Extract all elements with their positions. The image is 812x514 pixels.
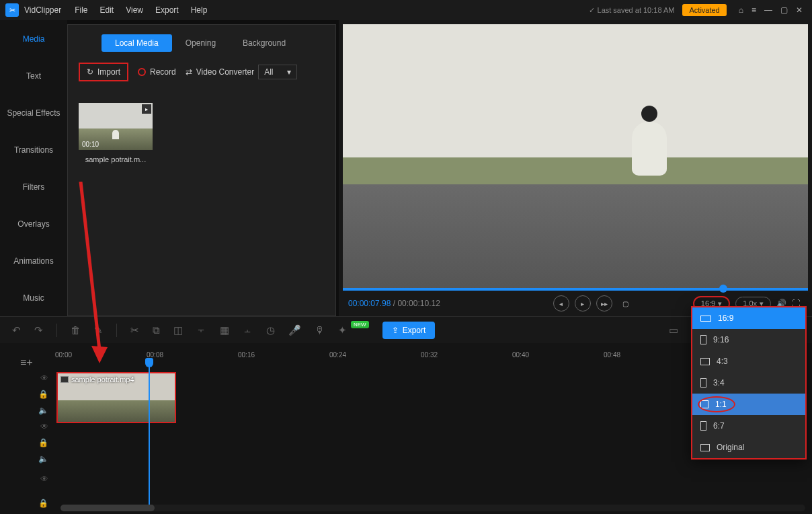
menu-edit[interactable]: Edit [100, 5, 114, 15]
aspect-label: 9:16 [713, 335, 729, 344]
home-icon[interactable]: ⌂ [739, 5, 743, 15]
preview-viewport[interactable] [343, 24, 808, 291]
aspect-option-1-1[interactable]: 1:1 [692, 394, 805, 415]
clip-icon [60, 376, 69, 383]
lock-icon[interactable]: 🔒 [38, 390, 48, 399]
export-button[interactable]: ⇪ Export [382, 322, 436, 339]
aspect-label: 6:7 [713, 421, 725, 431]
menu-help[interactable]: Help [191, 5, 208, 15]
maximize-icon[interactable]: ▢ [780, 5, 788, 15]
timeline-clip[interactable]: sample potrait.mp4 [56, 372, 176, 423]
scrollbar-thumb[interactable] [60, 505, 155, 511]
split-button[interactable]: ⫟ [196, 324, 206, 336]
playhead[interactable] [149, 362, 150, 510]
horizontal-scrollbar[interactable] [60, 505, 805, 511]
ratio-icon [700, 316, 711, 322]
cut-button[interactable]: ✂ [130, 324, 139, 336]
tab-local-media[interactable]: Local Media [102, 34, 172, 52]
thumbnail-image: 00:10 ▸ [79, 103, 153, 150]
aspect-ratio-menu: 16:9 9:16 4:3 3:4 1:1 6:7 Original [691, 306, 807, 460]
media-clip-thumbnail[interactable]: 00:10 ▸ sample potrait.m... [79, 103, 153, 163]
fit-button[interactable]: ▭ [669, 324, 678, 336]
aspect-option-16-9[interactable]: 16:9 [692, 307, 805, 329]
tab-background[interactable]: Background [229, 34, 299, 52]
hamburger-icon[interactable]: ≡ [752, 5, 756, 15]
converter-icon: ⇄ [186, 67, 192, 77]
aspect-option-4-3[interactable]: 4:3 [692, 351, 805, 372]
aspect-option-original[interactable]: Original [692, 437, 805, 458]
import-button[interactable]: ↻ Import [79, 63, 128, 81]
sidebar-item-filters[interactable]: Filters [0, 168, 67, 205]
mosaic-button[interactable]: ▦ [220, 324, 229, 336]
highlight-oval [698, 396, 735, 412]
stats-button[interactable]: ⫠ [243, 324, 253, 336]
chevron-down-icon: ▾ [287, 67, 291, 77]
visibility-icon[interactable]: 👁 [40, 474, 48, 484]
copy-button[interactable]: ⧉ [153, 324, 160, 336]
effects-button[interactable]: ✦ [338, 324, 347, 336]
next-frame-button[interactable]: ▸▸ [596, 295, 612, 311]
minimize-icon[interactable]: — [764, 5, 772, 15]
menu-file[interactable]: File [75, 5, 87, 15]
title-bar: ✂ VidClipper File Edit View Export Help … [0, 0, 812, 20]
preview-progress-bar[interactable] [343, 288, 808, 291]
refresh-icon: ↻ [87, 67, 93, 77]
lock-icon[interactable]: 🔒 [38, 499, 48, 508]
visibility-icon[interactable]: 👁 [40, 373, 48, 383]
sidebar-item-overlays[interactable]: Overlays [0, 205, 67, 242]
app-name: VidClipper [24, 5, 61, 15]
track-headers: 👁 🔒 🔈 👁 🔒 🔈 👁 🔒 [0, 370, 55, 514]
sidebar-item-text[interactable]: Text [0, 57, 67, 94]
visibility-icon[interactable]: 👁 [40, 422, 48, 431]
timecode-total: 00:00:10.12 [397, 299, 440, 308]
media-panel: Local Media Opening Background ↻ Import … [67, 24, 336, 316]
tab-opening[interactable]: Opening [172, 34, 229, 52]
aspect-label: 4:3 [717, 357, 728, 366]
clip-filename: sample potrait.m... [79, 155, 153, 163]
menu-view[interactable]: View [126, 5, 143, 15]
ruler-tick: 00:16 [238, 351, 255, 359]
close-icon[interactable]: ✕ [796, 5, 803, 15]
play-button[interactable]: ▸ [575, 295, 591, 311]
ratio-icon [700, 444, 710, 451]
aspect-label: Original [717, 443, 744, 452]
mute-icon[interactable]: 🔈 [38, 406, 48, 415]
activated-badge[interactable]: Activated [682, 4, 726, 16]
record-button[interactable]: Record [132, 64, 181, 80]
aspect-option-9-16[interactable]: 9:16 [692, 329, 805, 351]
prev-frame-button[interactable]: ◂ [553, 295, 569, 311]
filter-all-dropdown[interactable]: All ▾ [258, 65, 296, 79]
ruler-tick: 00:00 [55, 351, 72, 359]
aspect-option-3-4[interactable]: 3:4 [692, 372, 805, 394]
play-icon: ▸ [142, 104, 151, 114]
redo-button[interactable]: ↷ [34, 324, 43, 336]
overlay-track-header: 👁 🔒 🔈 [0, 418, 55, 467]
undo-button[interactable]: ↶ [12, 324, 21, 336]
mic-button[interactable]: 🎤 [288, 324, 301, 336]
media-grid: 00:10 ▸ sample potrait.m... [68, 85, 335, 181]
progress-knob[interactable] [719, 285, 727, 293]
tts-button[interactable]: 🎙 [315, 324, 325, 336]
aspect-option-6-7[interactable]: 6:7 [692, 415, 805, 437]
ratio-icon [700, 335, 706, 344]
edit-tool-button[interactable]: ✎ [94, 324, 103, 336]
converter-label: Video Converter [196, 67, 255, 77]
timer-button[interactable]: ◷ [266, 324, 275, 336]
clip-name: sample potrait.mp4 [71, 375, 134, 383]
aspect-label: 3:4 [713, 378, 725, 388]
sidebar-item-animations[interactable]: Animations [0, 242, 67, 279]
sidebar-item-media[interactable]: Media [0, 20, 67, 57]
video-converter-button[interactable]: ⇄ Video Converter [186, 67, 255, 77]
snapshot-button[interactable]: ▢ [618, 295, 634, 311]
crop-button[interactable]: ◫ [173, 324, 183, 336]
sidebar-item-special-effects[interactable]: Special Effects [0, 94, 67, 131]
delete-button[interactable]: 🗑 [71, 324, 81, 336]
sidebar-item-transitions[interactable]: Transitions [0, 131, 67, 168]
sidebar-item-music[interactable]: Music [0, 279, 67, 316]
menu-export[interactable]: Export [155, 5, 179, 15]
add-track-button[interactable]: ≡+ [20, 357, 33, 369]
preview-content [632, 122, 667, 176]
lock-icon[interactable]: 🔒 [38, 438, 48, 447]
mute-icon[interactable]: 🔈 [38, 454, 48, 464]
export-label: Export [403, 326, 426, 335]
